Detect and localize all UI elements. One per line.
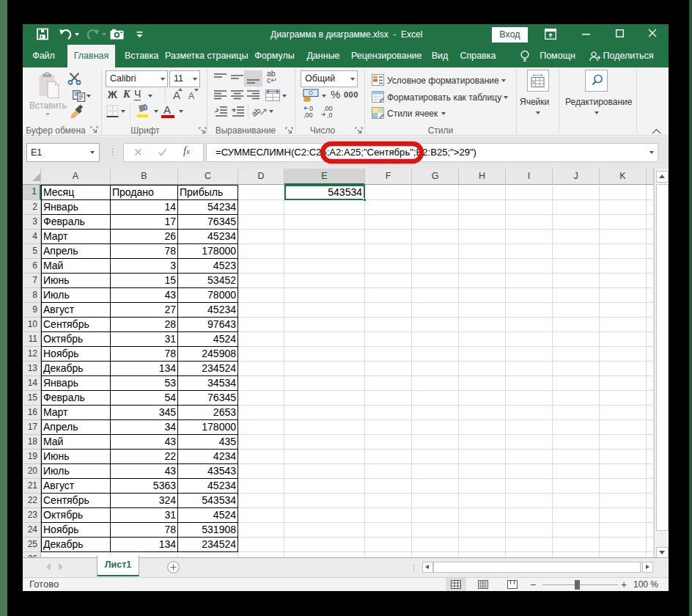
svg-text:,00: ,00 bbox=[303, 111, 313, 119]
svg-text:ab: ab bbox=[250, 106, 262, 118]
svg-text:,0: ,0 bbox=[327, 111, 333, 119]
